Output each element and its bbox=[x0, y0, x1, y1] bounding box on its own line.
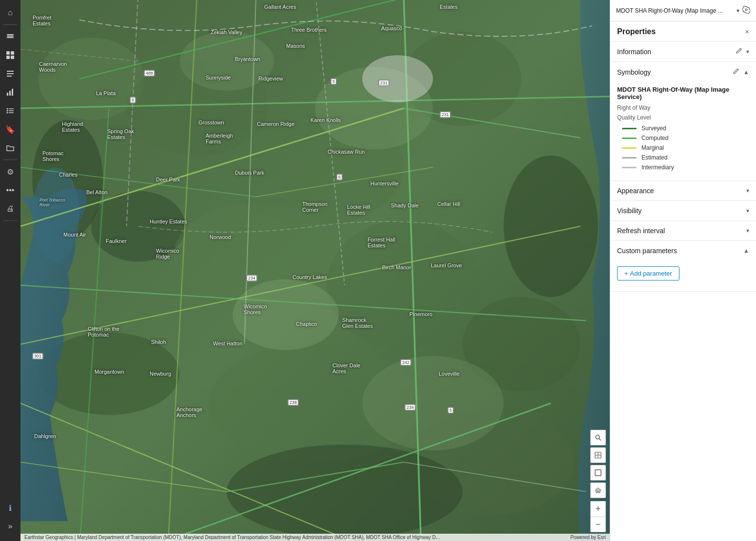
basemap-icon[interactable] bbox=[1, 46, 19, 64]
section-refresh-interval-header[interactable]: Refresh interval ▾ bbox=[610, 221, 756, 240]
attribution-esri: Powered by Esri bbox=[570, 535, 606, 540]
map-attribution: Earthstar Geographics | Maryland Departm… bbox=[20, 534, 610, 541]
legend-item-estimated: Estimated bbox=[617, 154, 749, 161]
right-panel: MDOT SHA Right-Of-Way (Map Image ... ▾ P… bbox=[610, 0, 756, 541]
legend-item-marginal: Marginal bbox=[617, 144, 749, 151]
symbology-sublayer: Right of Way bbox=[617, 104, 749, 111]
svg-point-36 bbox=[504, 156, 598, 297]
section-custom-parameters-title: Custom parameters bbox=[617, 247, 677, 255]
svg-point-17 bbox=[7, 112, 8, 114]
properties-close-button[interactable]: × bbox=[745, 28, 749, 36]
svg-point-66 bbox=[745, 9, 747, 11]
svg-point-60 bbox=[596, 435, 600, 439]
legend-line-surveyed bbox=[622, 128, 637, 129]
map-area[interactable]: Gallant Acres Estates Aquasco PomfretEst… bbox=[20, 0, 610, 541]
svg-point-13 bbox=[7, 108, 8, 110]
legend-line-computed bbox=[622, 138, 637, 139]
symbology-chevron-icon: ▲ bbox=[743, 69, 749, 76]
legend-label-estimated: Estimated bbox=[641, 154, 667, 161]
home-icon[interactable]: ⌂ bbox=[1, 4, 19, 21]
layer-chevron-icon[interactable]: ▾ bbox=[737, 7, 739, 14]
map-svg bbox=[20, 0, 610, 541]
chevrons-icon[interactable]: » bbox=[1, 518, 19, 535]
appearance-chevron-icon: ▾ bbox=[746, 187, 749, 194]
map-tools bbox=[590, 430, 606, 498]
section-refresh-interval-title: Refresh interval bbox=[617, 227, 665, 235]
section-refresh-interval: Refresh interval ▾ bbox=[610, 221, 756, 241]
svg-point-33 bbox=[233, 280, 339, 350]
legend-icon[interactable] bbox=[1, 65, 19, 82]
symbology-quality: Quality Level bbox=[617, 114, 749, 121]
add-param-label: Add parameter bbox=[630, 270, 672, 277]
properties-title: Properties bbox=[617, 27, 656, 36]
add-param-plus-icon: + bbox=[624, 270, 628, 277]
properties-title-bar: Properties × bbox=[610, 21, 756, 41]
print-icon[interactable]: 🖨 bbox=[1, 200, 19, 218]
info-circle-icon[interactable]: ℹ bbox=[1, 499, 19, 517]
legend-line-marginal bbox=[622, 147, 637, 149]
legend-label-marginal: Marginal bbox=[641, 144, 664, 151]
svg-point-26 bbox=[327, 220, 480, 350]
symbology-layer-name: MDOT SHA Right-Of-Way (Map Image Service… bbox=[617, 86, 749, 100]
section-symbology: Symbology ▲ MDOT SHA Right-Of-Way (Map I… bbox=[610, 62, 756, 181]
section-symbology-title: Symbology bbox=[617, 68, 651, 76]
zoom-out-button[interactable]: − bbox=[590, 517, 606, 532]
legend-item-computed: Computed bbox=[617, 135, 749, 141]
fullscreen-button[interactable] bbox=[590, 465, 606, 481]
section-visibility-title: Visibility bbox=[617, 207, 641, 215]
toolbar-divider-2 bbox=[3, 160, 17, 160]
zoom-controls: + − bbox=[590, 501, 606, 532]
svg-rect-2 bbox=[7, 34, 14, 35]
section-symbology-header[interactable]: Symbology ▲ bbox=[610, 62, 756, 82]
section-custom-parameters-header[interactable]: Custom parameters ▲ bbox=[610, 241, 756, 260]
chart-icon[interactable] bbox=[1, 83, 19, 101]
bookmark-icon[interactable]: 🔖 bbox=[1, 120, 19, 138]
information-chevron-icon: ▾ bbox=[746, 48, 749, 55]
dots-icon[interactable]: ••• bbox=[1, 181, 19, 199]
attribution-text: Earthstar Geographics | Maryland Departm… bbox=[24, 535, 440, 540]
svg-rect-6 bbox=[11, 56, 14, 59]
section-information-title: Information bbox=[617, 48, 651, 56]
svg-rect-3 bbox=[6, 51, 10, 55]
legend-label-surveyed: Surveyed bbox=[641, 125, 666, 132]
svg-point-59 bbox=[362, 55, 433, 102]
legend-item-intermediary: Intermediary bbox=[617, 164, 749, 171]
refresh-interval-chevron-icon: ▾ bbox=[746, 227, 749, 234]
section-appearance: Appearance ▾ bbox=[610, 181, 756, 201]
folder-icon[interactable] bbox=[1, 139, 19, 157]
list-icon[interactable] bbox=[1, 102, 19, 120]
home-map-button[interactable] bbox=[590, 482, 606, 498]
legend-line-estimated bbox=[622, 157, 637, 159]
layer-settings-icon[interactable] bbox=[742, 6, 750, 15]
section-appearance-title: Appearance bbox=[617, 187, 654, 195]
toolbar-divider-3 bbox=[3, 220, 17, 221]
svg-point-34 bbox=[362, 356, 504, 450]
legend-label-intermediary: Intermediary bbox=[641, 164, 674, 171]
information-edit-icon[interactable] bbox=[736, 47, 742, 56]
svg-point-38 bbox=[32, 167, 79, 261]
section-information-header[interactable]: Information ▾ bbox=[610, 41, 756, 61]
svg-rect-5 bbox=[6, 56, 10, 59]
svg-point-37 bbox=[227, 444, 463, 539]
symbology-edit-icon[interactable] bbox=[733, 68, 739, 76]
svg-rect-10 bbox=[7, 93, 8, 96]
svg-rect-1 bbox=[7, 36, 14, 37]
settings-icon[interactable]: ⚙ bbox=[1, 163, 19, 180]
custom-parameters-content: + Add parameter bbox=[610, 260, 756, 291]
svg-rect-11 bbox=[9, 91, 11, 96]
section-visibility-header[interactable]: Visibility ▾ bbox=[610, 201, 756, 220]
toolbar-divider-1 bbox=[3, 24, 17, 25]
coordinates-button[interactable] bbox=[590, 447, 606, 463]
section-appearance-header[interactable]: Appearance ▾ bbox=[610, 181, 756, 200]
svg-point-24 bbox=[91, 191, 185, 261]
legend-item-surveyed: Surveyed bbox=[617, 125, 749, 132]
custom-parameters-chevron-icon: ▲ bbox=[743, 247, 749, 254]
zoom-in-button[interactable]: + bbox=[590, 501, 606, 517]
map-background: Gallant Acres Estates Aquasco PomfretEst… bbox=[20, 0, 610, 541]
svg-line-61 bbox=[599, 439, 601, 441]
visibility-chevron-icon: ▾ bbox=[746, 207, 749, 214]
layers-icon[interactable] bbox=[1, 28, 19, 45]
search-map-button[interactable] bbox=[590, 430, 606, 445]
add-parameter-button[interactable]: + Add parameter bbox=[617, 266, 679, 281]
section-information: Information ▾ bbox=[610, 41, 756, 62]
